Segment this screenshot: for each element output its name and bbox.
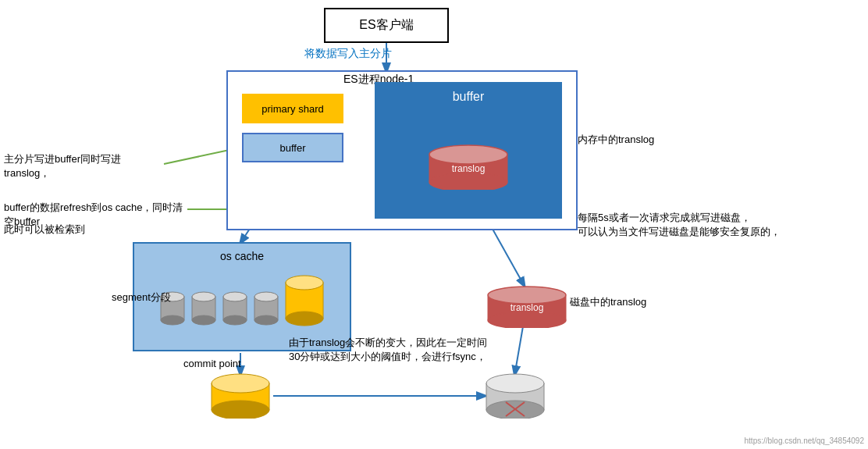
label-translog-grows-line2: 30分钟或达到大小的阈值时，会进行fsync， <box>289 350 523 364</box>
commit-disk-svg <box>209 373 272 419</box>
label-translog-grows: 由于translog会不断的变大，因此在一定时间 30分钟或达到大小的阈值时，会… <box>289 336 523 364</box>
svg-point-31 <box>488 312 566 328</box>
svg-point-12 <box>429 173 507 190</box>
watermark: https://blog.csdn.net/qq_34854092 <box>745 437 864 445</box>
cylinder-large-yellow <box>283 270 326 329</box>
svg-point-25 <box>254 315 278 325</box>
es-client-box: ES客户端 <box>324 8 449 43</box>
svg-text:translog: translog <box>452 163 486 174</box>
svg-point-28 <box>286 312 323 326</box>
label-every5s: 每隔5s或者一次请求完成就写进磁盘， 可以认为当文件写进磁盘是能够安全复原的， <box>578 211 812 239</box>
svg-point-24 <box>254 292 278 301</box>
os-cache-label: os cache <box>220 250 264 262</box>
svg-point-34 <box>212 374 269 393</box>
cylinder-small-2 <box>190 286 218 329</box>
svg-point-11 <box>429 145 507 164</box>
svg-point-16 <box>161 315 184 325</box>
label-primary-writes: 主分片写进buffer同时写进translog， <box>4 152 160 180</box>
svg-point-35 <box>212 401 269 419</box>
svg-point-30 <box>488 287 566 304</box>
cylinder-small-4 <box>252 286 280 329</box>
right-bottom-disk <box>484 373 546 417</box>
svg-point-21 <box>223 292 247 301</box>
right-panel: buffer translog <box>375 82 562 219</box>
commit-disk-large <box>209 373 272 417</box>
buffer-inner-label: buffer <box>279 142 305 154</box>
translog-disk-container: translog <box>484 285 562 324</box>
label-can-be-searched: 此时可以被检索到 <box>4 223 183 237</box>
es-client-label: ES客户端 <box>359 17 413 34</box>
svg-point-18 <box>192 292 215 301</box>
label-commit-point: commit point <box>183 358 241 369</box>
label-disk-translog: 磁盘中的translog <box>570 295 646 309</box>
svg-text:translog: translog <box>510 302 544 313</box>
label-translog-grows-line1: 由于translog会不断的变大，因此在一定时间 <box>289 336 523 350</box>
label-segment: segment分段 <box>112 290 171 305</box>
svg-point-27 <box>286 276 323 290</box>
cylinders-row <box>158 270 326 329</box>
right-bottom-disk-svg <box>484 373 546 419</box>
svg-point-22 <box>223 315 247 325</box>
primary-shard-box: primary shard <box>242 94 343 123</box>
svg-point-37 <box>486 374 544 393</box>
translog-cylinder-svg: translog <box>425 143 511 190</box>
label-every5s-line1: 每隔5s或者一次请求完成就写进磁盘， <box>578 211 812 225</box>
label-memory-translog: 内存中的translog <box>578 133 654 147</box>
cylinder-small-3 <box>221 286 249 329</box>
buffer-inner-box: buffer <box>242 133 343 162</box>
right-panel-buffer-label: buffer <box>453 90 485 104</box>
primary-shard-label: primary shard <box>261 103 323 115</box>
diagram-container: ES客户端 将数据写入主分片 ES进程node-1 primary shard … <box>0 0 868 449</box>
label-every5s-line2: 可以认为当文件写进磁盘是能够安全复原的， <box>578 225 812 239</box>
label-write-primary: 将数据写入主分片 <box>304 47 392 61</box>
translog-disk-svg: translog <box>484 285 570 328</box>
svg-point-19 <box>192 315 215 325</box>
